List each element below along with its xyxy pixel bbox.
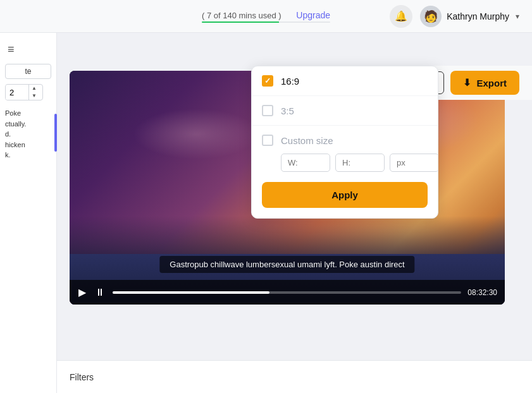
number-input[interactable] <box>6 85 28 100</box>
export-label: Export <box>476 78 507 88</box>
apply-button[interactable]: Apply <box>262 182 428 208</box>
height-input[interactable] <box>335 154 385 172</box>
user-menu[interactable]: 🧑 Kathryn Murphy ▾ <box>420 6 519 27</box>
filters-section: Filters <box>57 360 532 393</box>
horizon-overlay <box>70 216 505 254</box>
option-16-9-label: 16:9 <box>281 76 299 87</box>
sidebar-text-line-1: Poke <box>5 108 51 119</box>
chevron-down-icon: ▾ <box>516 12 519 21</box>
usage-progress-bar <box>202 21 330 23</box>
play-control-button[interactable]: ▶ <box>77 285 87 299</box>
usage-amount: ( 7 of 140 mins used ) <box>202 11 281 20</box>
usage-text: ( 7 of 140 mins used ) Upgrade <box>202 10 330 20</box>
sidebar-text-line-4: hicken <box>5 140 51 150</box>
filter-icon[interactable]: ≡ <box>5 40 51 59</box>
sidebar-text-line-5: k. <box>5 150 51 160</box>
checkbox-custom <box>262 135 273 146</box>
progress-bar[interactable] <box>113 291 461 294</box>
sidebar-text-line-3: d. <box>5 129 51 140</box>
option-3-5[interactable]: 3:5 <box>252 96 438 126</box>
resize-dropdown: 16:9 3:5 Custom size Apply <box>251 66 438 219</box>
download-icon: ⬇ <box>463 77 471 88</box>
custom-size-inputs <box>252 148 438 182</box>
notification-button[interactable]: 🔔 <box>390 5 412 28</box>
option-custom[interactable]: Custom size <box>252 126 438 148</box>
avatar: 🧑 <box>420 6 442 27</box>
width-input[interactable] <box>281 154 330 172</box>
upgrade-link[interactable]: Upgrade <box>296 10 330 20</box>
user-name: Kathryn Murphy <box>447 11 509 21</box>
number-input-group: ▲ ▼ <box>5 84 43 100</box>
video-controls: ▶ ⏸ 08:32:30 <box>70 280 505 305</box>
cloud-overlay-2 <box>133 109 259 159</box>
unit-input[interactable] <box>390 154 438 172</box>
export-button[interactable]: ⬇ Export <box>450 71 519 95</box>
spinner-down[interactable]: ▼ <box>29 92 39 100</box>
subtitle-bar: Gastropub chillwave lumbersexual umami l… <box>159 256 414 273</box>
sidebar-chip[interactable]: te <box>5 64 51 79</box>
progress-bar-fill <box>113 291 269 294</box>
header-right: 🔔 🧑 Kathryn Murphy ▾ <box>390 5 519 28</box>
pause-control-button[interactable]: ⏸ <box>94 286 106 299</box>
sidebar: ≡ te ▲ ▼ Poke ctually. d. hicken k. <box>0 33 57 393</box>
option-16-9[interactable]: 16:9 <box>252 66 438 96</box>
spinner-up[interactable]: ▲ <box>29 85 39 92</box>
checkbox-3-5 <box>262 105 273 116</box>
option-custom-label: Custom size <box>281 135 333 146</box>
option-3-5-label: 3:5 <box>281 106 294 116</box>
header: ( 7 of 140 mins used ) Upgrade 🔔 🧑 Kathr… <box>0 0 532 33</box>
checkbox-16-9 <box>262 75 273 87</box>
sidebar-text-line-2: ctually. <box>5 119 51 130</box>
sidebar-text: Poke ctually. d. hicken k. <box>5 106 51 163</box>
time-display: 08:32:30 <box>467 288 497 297</box>
filters-label: Filters <box>70 372 94 382</box>
spinner: ▲ ▼ <box>28 85 39 100</box>
bell-icon: 🔔 <box>395 10 407 22</box>
avatar-icon: 🧑 <box>424 9 438 23</box>
